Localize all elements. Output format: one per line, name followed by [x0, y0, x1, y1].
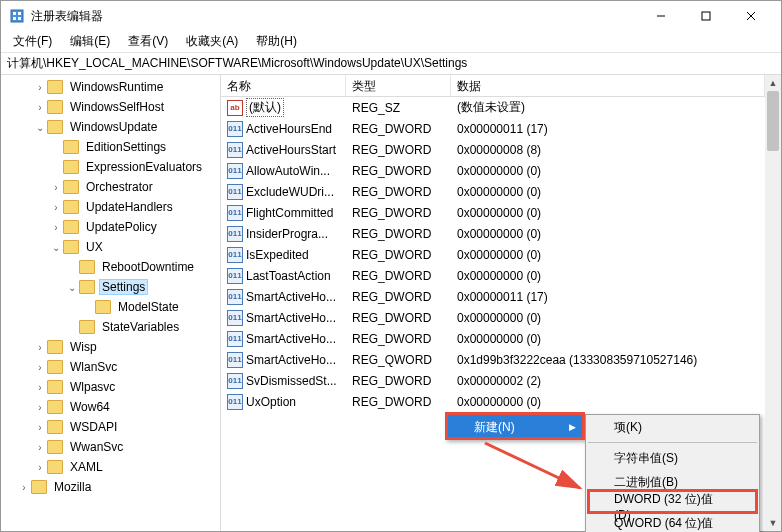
expand-icon[interactable]: ›: [33, 462, 47, 473]
binary-value-icon: 011: [227, 331, 243, 347]
list-row[interactable]: 011LastToastActionREG_DWORD0x00000000 (0…: [221, 265, 765, 286]
expand-icon[interactable]: ›: [49, 182, 63, 193]
cell-type: REG_DWORD: [346, 205, 451, 221]
maximize-button[interactable]: [683, 1, 728, 31]
expand-icon[interactable]: ›: [49, 202, 63, 213]
list-row[interactable]: 011ActiveHoursEndREG_DWORD0x00000011 (17…: [221, 118, 765, 139]
tree-pane[interactable]: ›WindowsRuntime›WindowsSelfHost⌄WindowsU…: [1, 75, 221, 531]
submenu-key[interactable]: 项(K): [586, 415, 759, 439]
list-row[interactable]: 011SmartActiveHo...REG_QWORD0x1d99b3f322…: [221, 349, 765, 370]
list-row[interactable]: 011UxOptionREG_DWORD0x00000000 (0): [221, 391, 765, 412]
tree-item[interactable]: ⌄WindowsUpdate: [1, 117, 220, 137]
list-row[interactable]: 011SmartActiveHo...REG_DWORD0x00000000 (…: [221, 307, 765, 328]
list-header: 名称 类型 数据: [221, 75, 765, 97]
collapse-icon[interactable]: ⌄: [49, 242, 63, 253]
tree-item[interactable]: ModelState: [1, 297, 220, 317]
cell-name: 011LastToastAction: [221, 267, 346, 285]
expand-icon[interactable]: ›: [33, 402, 47, 413]
tree-item[interactable]: ›Wow64: [1, 397, 220, 417]
cell-type: REG_DWORD: [346, 163, 451, 179]
expand-icon[interactable]: ›: [33, 362, 47, 373]
list-row[interactable]: 011SmartActiveHo...REG_DWORD0x00000000 (…: [221, 328, 765, 349]
cell-type: REG_DWORD: [346, 394, 451, 410]
close-button[interactable]: [728, 1, 773, 31]
collapse-icon[interactable]: ⌄: [33, 122, 47, 133]
submenu-string[interactable]: 字符串值(S): [586, 446, 759, 470]
list-row[interactable]: 011SmartActiveHo...REG_DWORD0x00000011 (…: [221, 286, 765, 307]
folder-icon: [63, 220, 79, 234]
tree-item[interactable]: EditionSettings: [1, 137, 220, 157]
list-row[interactable]: 011IsExpeditedREG_DWORD0x00000000 (0): [221, 244, 765, 265]
scroll-track[interactable]: [765, 91, 781, 515]
tree-item[interactable]: ›Wisp: [1, 337, 220, 357]
header-data[interactable]: 数据: [451, 75, 765, 96]
list-row[interactable]: 011FlightCommittedREG_DWORD0x00000000 (0…: [221, 202, 765, 223]
minimize-button[interactable]: [638, 1, 683, 31]
expand-icon[interactable]: ›: [49, 222, 63, 233]
tree-item[interactable]: ›Wlpasvc: [1, 377, 220, 397]
cell-data: 0x00000011 (17): [451, 289, 765, 305]
submenu-qword[interactable]: QWORD (64 位)值(Q): [586, 518, 759, 532]
tree-item-label: Settings: [99, 279, 148, 295]
tree-item[interactable]: ›UpdateHandlers: [1, 197, 220, 217]
expand-icon[interactable]: ›: [33, 442, 47, 453]
folder-icon: [63, 180, 79, 194]
header-name[interactable]: 名称: [221, 75, 346, 96]
expand-icon[interactable]: ›: [33, 82, 47, 93]
tree-item[interactable]: ›Mozilla: [1, 477, 220, 497]
expand-icon[interactable]: ›: [33, 422, 47, 433]
list-row[interactable]: 011ActiveHoursStartREG_DWORD0x00000008 (…: [221, 139, 765, 160]
tree-item[interactable]: StateVariables: [1, 317, 220, 337]
tree-item[interactable]: ›XAML: [1, 457, 220, 477]
folder-icon: [47, 120, 63, 134]
expand-icon[interactable]: ›: [17, 482, 31, 493]
tree-item[interactable]: ›WwanSvc: [1, 437, 220, 457]
scroll-down-button[interactable]: ▼: [765, 515, 781, 531]
list-row[interactable]: 011AllowAutoWin...REG_DWORD0x00000000 (0…: [221, 160, 765, 181]
expand-icon[interactable]: ›: [33, 102, 47, 113]
cell-data: 0x00000008 (8): [451, 142, 765, 158]
expand-icon[interactable]: ›: [33, 382, 47, 393]
folder-icon: [47, 460, 63, 474]
list-row[interactable]: 011InsiderProgra...REG_DWORD0x00000000 (…: [221, 223, 765, 244]
cell-name: 011SmartActiveHo...: [221, 330, 346, 348]
menu-file[interactable]: 文件(F): [5, 31, 60, 52]
addressbar[interactable]: 计算机\HKEY_LOCAL_MACHINE\SOFTWARE\Microsof…: [1, 53, 781, 75]
cell-type: REG_DWORD: [346, 331, 451, 347]
collapse-icon[interactable]: ⌄: [65, 282, 79, 293]
vertical-scrollbar[interactable]: ▲ ▼: [765, 75, 781, 531]
scroll-up-button[interactable]: ▲: [765, 75, 781, 91]
header-type[interactable]: 类型: [346, 75, 451, 96]
folder-icon: [79, 260, 95, 274]
tree-item-label: ModelState: [115, 299, 182, 315]
binary-value-icon: 011: [227, 205, 243, 221]
tree-item-label: ExpressionEvaluators: [83, 159, 205, 175]
tree-item[interactable]: ExpressionEvaluators: [1, 157, 220, 177]
list-row[interactable]: ab(默认)REG_SZ(数值未设置): [221, 97, 765, 118]
tree-item-label: WlanSvc: [67, 359, 120, 375]
list-row[interactable]: 011ExcludeWUDri...REG_DWORD0x00000000 (0…: [221, 181, 765, 202]
context-menu-new[interactable]: 新建(N) ▶: [446, 415, 584, 439]
tree-item[interactable]: ›WlanSvc: [1, 357, 220, 377]
tree-item-label: UpdatePolicy: [83, 219, 160, 235]
cell-data: 0x1d99b3f3222ceaa (133308359710527146): [451, 352, 765, 368]
expand-icon[interactable]: ›: [33, 342, 47, 353]
tree-item[interactable]: RebootDowntime: [1, 257, 220, 277]
tree-item[interactable]: ⌄UX: [1, 237, 220, 257]
tree-item[interactable]: ›WSDAPI: [1, 417, 220, 437]
menu-help[interactable]: 帮助(H): [248, 31, 305, 52]
tree-item[interactable]: ⌄Settings: [1, 277, 220, 297]
menu-view[interactable]: 查看(V): [120, 31, 176, 52]
menu-favorites[interactable]: 收藏夹(A): [178, 31, 246, 52]
context-menu-new-label: 新建(N): [474, 419, 515, 436]
tree-item[interactable]: ›WindowsRuntime: [1, 77, 220, 97]
scroll-thumb[interactable]: [767, 91, 779, 151]
menu-edit[interactable]: 编辑(E): [62, 31, 118, 52]
tree-item[interactable]: ›UpdatePolicy: [1, 217, 220, 237]
tree-item[interactable]: ›WindowsSelfHost: [1, 97, 220, 117]
titlebar: 注册表编辑器: [1, 1, 781, 31]
list-row[interactable]: 011SvDismissedSt...REG_DWORD0x00000002 (…: [221, 370, 765, 391]
cell-data: 0x00000000 (0): [451, 310, 765, 326]
tree-item[interactable]: ›Orchestrator: [1, 177, 220, 197]
cell-name: 011SmartActiveHo...: [221, 351, 346, 369]
